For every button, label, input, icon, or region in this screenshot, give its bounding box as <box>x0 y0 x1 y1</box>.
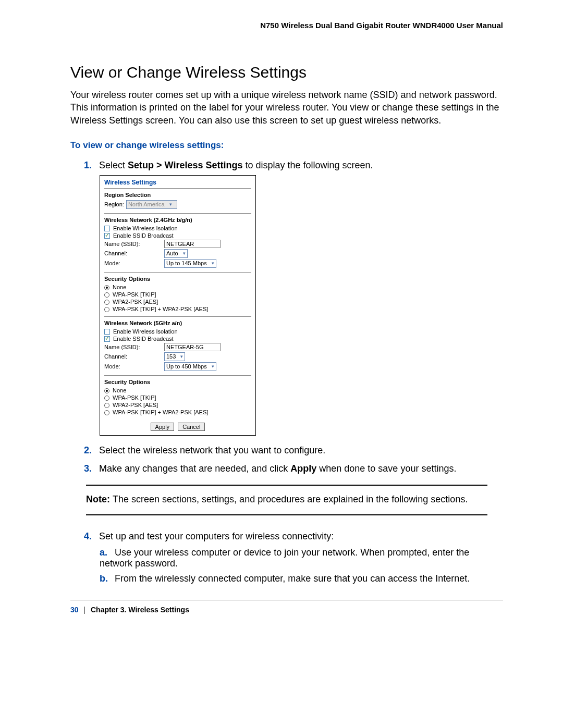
radio-icon[interactable] <box>104 292 109 298</box>
sec2-heading: Security Options <box>104 379 251 385</box>
manual-page: N750 Wireless Dual Band Gigabit Router W… <box>0 0 563 728</box>
radio-icon[interactable] <box>104 307 109 312</box>
radio-icon[interactable] <box>104 285 109 290</box>
net24-iso-label: Enable Wireless Isolation <box>113 225 178 231</box>
sec1-group: Security Options None WPA-PSK [TKIP] WPA… <box>104 273 251 317</box>
wireless-settings-panel: Wireless Settings Region Selection Regio… <box>100 175 256 436</box>
net5-group: Wireless Network (5GHz a/n) Enable Wirel… <box>104 317 251 376</box>
net5-iso-label: Enable Wireless Isolation <box>113 328 178 335</box>
cancel-button[interactable]: Cancel <box>178 423 205 431</box>
net24-mode-value: Up to 145 Mbps <box>166 260 207 266</box>
net24-mode-label: Mode: <box>104 260 164 266</box>
net5-mode-label: Mode: <box>104 363 164 369</box>
step-3-text-a: Make any changes that are needed, and cl… <box>99 463 290 474</box>
sec1-none[interactable]: None <box>104 284 251 290</box>
step-2-text: Select the wireless network that you wan… <box>99 445 325 455</box>
sec1-heading: Security Options <box>104 276 251 282</box>
net24-mode-select[interactable]: Up to 145 Mbps ▾ <box>164 259 216 268</box>
net24-channel-label: Channel: <box>104 250 164 256</box>
chevron-down-icon: ▾ <box>176 354 183 359</box>
step-number: 3. <box>84 463 96 474</box>
step-2: 2. Select the wireless network that you … <box>84 445 503 456</box>
step-4: 4. Set up and test your computers for wi… <box>84 531 503 584</box>
sec2-group: Security Options None WPA-PSK [TKIP] WPA… <box>104 376 251 419</box>
step-4a-text: Use your wireless computer or device to … <box>100 547 469 569</box>
sec1-mixed[interactable]: WPA-PSK [TKIP] + WPA2-PSK [AES] <box>104 306 251 312</box>
net24-heading: Wireless Network (2.4GHz b/g/n) <box>104 217 251 223</box>
apply-button[interactable]: Apply <box>151 423 175 431</box>
net5-iso-row[interactable]: Enable Wireless Isolation <box>104 328 251 335</box>
sec1-wpa-tkip[interactable]: WPA-PSK [TKIP] <box>104 291 251 298</box>
step-3-text-c: when done to save your settings. <box>316 463 456 474</box>
sec1-wpa2-aes[interactable]: WPA2-PSK [AES] <box>104 299 251 305</box>
checkbox-icon[interactable] <box>104 233 110 239</box>
net24-group: Wireless Network (2.4GHz b/g/n) Enable W… <box>104 214 251 273</box>
radio-icon[interactable] <box>104 300 109 305</box>
checkbox-icon[interactable] <box>104 329 110 335</box>
step-4a: a. Use your wireless computer or device … <box>100 547 503 569</box>
step-1-text-a: Select <box>99 160 128 170</box>
sec2-mixed[interactable]: WPA-PSK [TKIP] + WPA2-PSK [AES] <box>104 409 251 415</box>
substep-letter: b. <box>100 573 112 584</box>
net5-channel-label: Channel: <box>104 353 164 360</box>
region-value: North America <box>128 201 165 207</box>
radio-icon[interactable] <box>104 403 109 408</box>
instruction-heading: To view or change wireless settings: <box>70 140 503 151</box>
net5-ssid-broadcast-label: Enable SSID Broadcast <box>113 336 174 342</box>
step-number: 1. <box>84 160 96 171</box>
net5-heading: Wireless Network (5GHz a/n) <box>104 320 251 326</box>
button-bar: Apply Cancel <box>104 419 251 431</box>
footer-chapter: Chapter 3. Wireless Settings <box>91 606 189 614</box>
checkbox-icon[interactable] <box>104 226 110 231</box>
radio-icon[interactable] <box>104 396 109 401</box>
net24-ssid-broadcast-row[interactable]: Enable SSID Broadcast <box>104 232 251 239</box>
sec2-none[interactable]: None <box>104 387 251 393</box>
net5-mode-select[interactable]: Up to 450 Mbps ▾ <box>164 362 216 371</box>
sec2-wpa-tkip[interactable]: WPA-PSK [TKIP] <box>104 394 251 401</box>
step-1: 1. Select Setup > Wireless Settings to d… <box>84 160 503 436</box>
substep-letter: a. <box>100 547 112 558</box>
step-number: 2. <box>84 445 96 456</box>
step-4b: b. From the wirelessly connected compute… <box>100 573 503 584</box>
net5-channel-select[interactable]: 153 ▾ <box>164 352 185 361</box>
step-number: 4. <box>84 531 96 542</box>
chevron-down-icon: ▾ <box>207 364 214 369</box>
chevron-down-icon: ▾ <box>178 251 186 256</box>
net24-channel-value: Auto <box>166 250 178 256</box>
doc-header-title: N750 Wireless Dual Band Gigabit Router W… <box>70 21 503 30</box>
checkbox-icon[interactable] <box>104 336 110 342</box>
net5-channel-value: 153 <box>166 353 176 360</box>
note-label: Note: <box>86 494 113 504</box>
net24-ssid-input[interactable]: NETGEAR <box>164 240 221 248</box>
step-1-bold: Setup > Wireless Settings <box>128 160 242 170</box>
page-number: 30 <box>70 606 79 614</box>
radio-icon[interactable] <box>104 410 109 415</box>
net24-iso-row[interactable]: Enable Wireless Isolation <box>104 225 251 231</box>
note-text: The screen sections, settings, and proce… <box>113 494 468 504</box>
region-select[interactable]: North America ▾ <box>126 200 177 209</box>
region-group: Region Selection Region: North America ▾ <box>104 189 251 214</box>
step-1-text-c: to display the following screen. <box>242 160 373 170</box>
footer-separator: | <box>83 606 85 614</box>
net24-ssid-label: Name (SSID): <box>104 241 164 247</box>
page-footer: 30 | Chapter 3. Wireless Settings <box>70 600 503 614</box>
net5-ssid-label: Name (SSID): <box>104 344 164 350</box>
panel-title: Wireless Settings <box>104 179 251 189</box>
net24-channel-select[interactable]: Auto ▾ <box>164 249 188 258</box>
net24-ssid-broadcast-label: Enable SSID Broadcast <box>113 232 174 239</box>
net5-ssid-input[interactable]: NETGEAR-5G <box>164 343 221 351</box>
step-3-bold: Apply <box>290 463 316 474</box>
chevron-down-icon: ▾ <box>165 202 172 207</box>
region-label: Region: <box>104 201 124 207</box>
intro-paragraph: Your wireless router comes set up with a… <box>70 89 503 127</box>
note-block: Note: The screen sections, settings, and… <box>86 485 487 515</box>
chevron-down-icon: ▾ <box>207 261 214 266</box>
sec2-wpa2-aes[interactable]: WPA2-PSK [AES] <box>104 402 251 408</box>
net5-mode-value: Up to 450 Mbps <box>166 363 207 369</box>
page-title: View or Change Wireless Settings <box>70 64 503 81</box>
radio-icon[interactable] <box>104 388 109 393</box>
net5-ssid-broadcast-row[interactable]: Enable SSID Broadcast <box>104 336 251 342</box>
step-4b-text: From the wirelessly connected computer, … <box>115 573 470 584</box>
region-heading: Region Selection <box>104 192 251 198</box>
step-4-text: Set up and test your computers for wirel… <box>99 531 334 541</box>
